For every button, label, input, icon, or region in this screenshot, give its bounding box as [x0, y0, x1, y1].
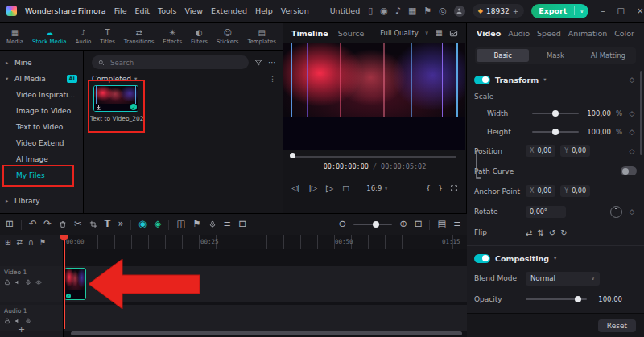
track-lock-icon[interactable] — [4, 279, 10, 286]
track-hide-icon[interactable] — [35, 279, 42, 286]
video-track-lane[interactable] — [64, 266, 467, 302]
media-tab-titles[interactable]: TTitles — [97, 28, 118, 45]
workspace-layout-icon[interactable]: ⊞ — [6, 220, 14, 229]
fullscreen-icon[interactable] — [450, 184, 458, 192]
speed-ramp-icon[interactable]: ◫ — [176, 220, 185, 229]
keyframe-icon[interactable]: ◇ — [627, 208, 637, 216]
reset-button[interactable]: Reset — [598, 319, 636, 332]
snapshot-icon[interactable] — [449, 29, 458, 38]
horizontal-scrollbar[interactable] — [71, 331, 462, 335]
snap-icon[interactable]: ∩ — [28, 239, 34, 246]
link-scale-icon[interactable] — [475, 149, 481, 179]
seek-handle[interactable] — [290, 153, 295, 158]
keyframe-icon[interactable]: ◇ — [627, 128, 637, 136]
media-tab-stock-media[interactable]: ☁Stock Media — [30, 28, 69, 45]
section-caret-icon[interactable]: ▾ — [134, 76, 137, 82]
anchor-x-field[interactable]: X0,00 — [526, 185, 555, 197]
avatar[interactable] — [454, 6, 465, 17]
sidebar-item-video-extend[interactable]: Video Extend — [0, 135, 83, 151]
opacity-slider[interactable] — [526, 298, 587, 300]
keyframe-icon[interactable]: ◇ — [627, 76, 637, 84]
add-points-button[interactable]: + — [513, 7, 519, 15]
voiceover-icon[interactable] — [208, 220, 217, 228]
record-icon[interactable]: ◉ — [380, 6, 388, 15]
timeline-menu-icon[interactable]: ≡ — [453, 220, 461, 229]
keyframe-icon[interactable]: ◇ — [627, 109, 637, 117]
aspect-ratio-selector[interactable]: 16:9 ∨ — [366, 184, 388, 192]
next-frame-button[interactable]: |▷ — [309, 184, 318, 192]
track-height-icon[interactable]: ▤ — [437, 220, 446, 229]
zoom-fit-icon[interactable]: ⊡ — [415, 220, 423, 229]
blend-mode-select[interactable]: Normal ∨ — [526, 272, 600, 286]
stop-button[interactable]: □ — [342, 184, 349, 192]
search-input[interactable] — [109, 58, 242, 68]
download-icon[interactable] — [96, 105, 101, 110]
filter-icon[interactable] — [254, 59, 262, 67]
width-value[interactable]: 100,00 — [584, 109, 611, 117]
add-track-button[interactable]: + — [18, 324, 25, 335]
compositing-toggle[interactable] — [474, 254, 490, 263]
voiceover-icon[interactable]: ♪ — [395, 6, 401, 15]
sidebar-item-image-to-video[interactable]: Image to Video — [0, 103, 83, 119]
sidebar-item-ai-media[interactable]: ▾AI MediaAI — [0, 71, 83, 87]
keyframe-icon[interactable]: ◇ — [627, 147, 637, 155]
transform-toggle[interactable] — [474, 76, 490, 84]
path-curve-toggle[interactable] — [621, 166, 637, 175]
crop-icon[interactable] — [89, 220, 97, 228]
ai-tools-icon[interactable]: ◉ — [138, 220, 147, 229]
timeline-ruler[interactable]: 00:00 00:25 00:50 01:15 — [64, 235, 467, 249]
mixer-icon[interactable]: ≡ — [224, 220, 232, 229]
quality-selector[interactable]: Full Quality — [380, 29, 419, 37]
subtab-ai-matting[interactable]: AI Matting — [582, 49, 634, 62]
previous-frame-button[interactable]: ◁| — [291, 184, 300, 192]
keyframe-icon[interactable]: ◈ — [155, 220, 162, 229]
track-record-icon[interactable] — [25, 318, 31, 324]
scrollbar[interactable] — [640, 71, 642, 155]
notification-icon[interactable]: ⚑ — [423, 6, 431, 15]
subtab-basic[interactable]: Basic — [477, 49, 529, 62]
media-item-thumbnail[interactable]: ✓ — [93, 85, 138, 112]
mark-out-icon[interactable]: } — [438, 184, 443, 192]
compositing-caret-icon[interactable]: ▾ — [554, 255, 556, 261]
grid-view-icon[interactable]: ▦ — [436, 29, 443, 37]
seek-bar[interactable] — [291, 156, 456, 158]
media-tab-media[interactable]: ▦Media — [4, 28, 26, 45]
subtab-mask[interactable]: Mask — [529, 49, 581, 62]
width-slider[interactable] — [532, 113, 579, 114]
sidebar-item-my-files[interactable]: My Files — [0, 167, 83, 183]
track-record-icon[interactable] — [25, 279, 31, 286]
mark-in-icon[interactable]: { — [426, 184, 431, 192]
rotate-ccw-icon[interactable]: ↺ — [549, 228, 555, 237]
anchor-y-field[interactable]: Y0,00 — [560, 185, 590, 197]
track-mute-icon[interactable] — [14, 279, 21, 286]
device-icon[interactable]: ▯ — [368, 6, 373, 15]
tab-source[interactable]: Source — [338, 29, 365, 38]
media-tab-transitions[interactable]: ⇄Transitions — [122, 28, 157, 45]
tab-animation[interactable]: Animation — [568, 29, 607, 38]
position-y-field[interactable]: Y0,00 — [560, 145, 590, 157]
quality-caret-icon[interactable]: ∨ — [425, 30, 429, 36]
flip-horizontal-icon[interactable]: ⇄ — [526, 228, 532, 237]
menu-edit[interactable]: Edit — [135, 6, 150, 15]
tab-speed[interactable]: Speed — [537, 29, 561, 38]
tab-audio[interactable]: Audio — [508, 29, 530, 38]
maximize-button[interactable]: □ — [617, 6, 624, 15]
redo-icon[interactable]: ↷ — [43, 220, 52, 229]
menu-extended[interactable]: Extended — [211, 6, 247, 15]
track-mute-icon[interactable] — [14, 318, 21, 324]
export-caret-icon[interactable]: ∨ — [575, 8, 588, 14]
split-icon[interactable]: ✂ — [74, 220, 82, 229]
ripple-delete-icon[interactable]: ⊟ — [238, 220, 246, 229]
sidebar-item-video-inspiration[interactable]: Video Inspirati... — [0, 87, 83, 103]
audio-track-lane[interactable] — [64, 305, 467, 331]
minimize-button[interactable]: – — [601, 6, 605, 15]
track-lock-icon[interactable] — [4, 318, 10, 324]
text-tool-icon[interactable]: T — [105, 220, 111, 229]
transform-caret-icon[interactable]: ▾ — [543, 76, 546, 83]
resources-icon[interactable]: ◎ — [439, 6, 447, 15]
marker-flag-icon[interactable]: ⚑ — [39, 239, 46, 246]
video-clip[interactable]: ✓ — [64, 268, 86, 300]
flip-vertical-icon[interactable]: ⇅ — [537, 228, 543, 237]
rotate-cw-icon[interactable]: ↻ — [560, 228, 567, 237]
media-tab-templates[interactable]: ▤Templates — [245, 28, 279, 45]
